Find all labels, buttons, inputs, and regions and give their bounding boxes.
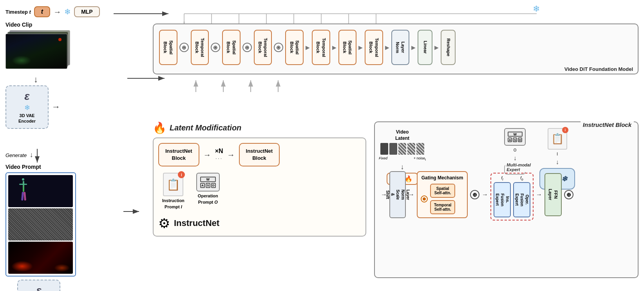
temporal-block-3: TemporalBlock bbox=[312, 30, 330, 65]
gate-symbol bbox=[421, 195, 428, 202]
attn-boxes: SpatialSelf-attn. TemporalSelf-attn. bbox=[430, 184, 455, 214]
temporal-attn: TemporalSelf-attn. bbox=[430, 200, 455, 214]
arrow-ln: ▶ bbox=[411, 44, 416, 51]
latent-box: InstructNetBlock → ×N ··· → InstructNetB… bbox=[153, 137, 366, 237]
temporal-block-2: TemporalBlock bbox=[254, 30, 272, 65]
mlp-box-top: MLP bbox=[74, 6, 100, 17]
operation-icon: W A S D bbox=[196, 173, 220, 192]
dit-blocks-row: SpatialBlock ⊕ TemporalBlock ⊕ SpatialBl… bbox=[159, 30, 632, 65]
instruction-prompt-box: 📋 i InstructionPrompt I bbox=[162, 173, 185, 210]
timestep-label: Timestep t bbox=[5, 9, 31, 15]
multimodal-wrapper: Multi-modalExpert fI Ins.FusionExpert bbox=[490, 169, 534, 221]
arrow-t3: ▶ bbox=[332, 44, 336, 51]
video-thumb-front bbox=[5, 34, 67, 69]
arrow-from-dots: → bbox=[227, 150, 235, 159]
latent-mod-header: 🔥 Latent Modification bbox=[153, 121, 366, 134]
ins-fusion-col: fI Ins.FusionExpert bbox=[494, 176, 511, 217]
spatial-block-4: SpatialBlock bbox=[338, 30, 357, 65]
arrow-t4: ▶ bbox=[385, 44, 389, 51]
prompt-thumb-red bbox=[8, 242, 73, 274]
generate-label: Generate ↓ bbox=[5, 151, 33, 159]
latent-mod-title: Latent Modification bbox=[170, 123, 241, 132]
plus-1: ⊕ bbox=[179, 43, 189, 52]
fo-label: fo bbox=[520, 176, 523, 181]
arrow-s3: ▶ bbox=[306, 44, 310, 51]
arrow-linear: ▶ bbox=[434, 44, 439, 51]
fi-label: fI bbox=[501, 176, 503, 181]
ins-fusion-expert: Ins.FusionExpert bbox=[494, 182, 511, 217]
linear-block: Linear bbox=[418, 30, 432, 65]
oper-fusion-col: fo Oper.FusionExpert bbox=[513, 176, 530, 217]
spatial-block-2: SpatialBlock bbox=[222, 30, 241, 65]
prompt-thumb-skeleton bbox=[8, 175, 73, 207]
arrow-ln-to-gating: → bbox=[408, 191, 414, 198]
latent-mod-section: 🔥 Latent Modification InstructNetBlock →… bbox=[153, 121, 366, 237]
gating-box: Gating Mechanism SpatialSelf-attn. bbox=[417, 171, 468, 218]
spatial-block-1: SpatialBlock bbox=[159, 30, 177, 65]
main-container: ❄ Timestep t bbox=[0, 0, 644, 291]
instruction-label: InstructionPrompt I bbox=[162, 198, 185, 210]
timestep-t: t bbox=[29, 9, 31, 15]
reshape-block: Reshape bbox=[441, 30, 456, 65]
instructnet-text: InstructNet bbox=[174, 218, 219, 228]
instructnet-block-2: InstructNetBlock bbox=[239, 143, 280, 166]
plus-after-gating: ⊕ bbox=[470, 190, 479, 199]
ffn-layer: FFNLayer bbox=[545, 173, 562, 216]
timestep-row: Timestep t t → ❄ MLP bbox=[5, 6, 100, 17]
epsilon-1: ε bbox=[24, 90, 29, 103]
dit-foundation-box: SpatialBlock ⊕ TemporalBlock ⊕ SpatialBl… bbox=[153, 23, 639, 74]
gating-title: Gating Mechanism bbox=[421, 175, 464, 181]
multimodal-dashed-box: fI Ins.FusionExpert fo Oper.FusionExp bbox=[490, 173, 534, 221]
spatial-block-3: SpatialBlock bbox=[285, 30, 304, 65]
arrow-vae1-right: → bbox=[52, 102, 60, 112]
instructnet-block-1: InstructNetBlock bbox=[158, 143, 199, 166]
svg-text:❄: ❄ bbox=[533, 4, 540, 14]
instructnet-block-detail: InstructNet Block VideoLatent bbox=[374, 121, 639, 278]
main-flow-row: → LayerNormScale&Shift → Gating Mechanis… bbox=[381, 128, 573, 261]
temporal-block-4: TemporalBlock bbox=[365, 30, 383, 65]
instructnet-block-title: InstructNet Block bbox=[581, 121, 634, 128]
plus-3: ⊕ bbox=[242, 43, 252, 52]
video-clip-label: Video Clip bbox=[5, 22, 74, 28]
plus-final: ⊕ bbox=[564, 190, 573, 199]
temporal-block-1: TemporalBlock bbox=[191, 30, 209, 65]
gear-refresh-icon: ⚙ bbox=[158, 215, 170, 231]
video-prompt-section: Video Prompt → ε bbox=[5, 164, 86, 291]
instruction-icon: 📋 i bbox=[163, 173, 183, 196]
instructnet-blocks-row: InstructNetBlock → ×N ··· → InstructNetB… bbox=[158, 143, 361, 166]
plus-2: ⊕ bbox=[211, 43, 220, 52]
layer-norm-detail: LayerNormScale&Shift bbox=[389, 171, 406, 218]
operation-label: OperationPrompt O bbox=[198, 193, 218, 205]
video-dit-section: SpatialBlock ⊕ TemporalBlock ⊕ SpatialBl… bbox=[153, 23, 639, 74]
video-prompt-label: Video Prompt bbox=[5, 164, 86, 170]
arrow-s4: ▶ bbox=[358, 44, 363, 51]
block-detail-content: VideoLatent Fixed + noiset bbox=[379, 126, 634, 273]
oper-fusion-expert: Oper.FusionExpert bbox=[513, 182, 530, 217]
plus-4: ⊕ bbox=[274, 43, 283, 52]
operation-prompt-box: W A S D OperationPrompt O bbox=[196, 173, 220, 205]
block-detail-box: InstructNet Block VideoLatent bbox=[374, 121, 639, 278]
snowflake-mlp: ❄ bbox=[64, 7, 71, 16]
video-clip-section: Video Clip ↓ ε ❄ 3D VAEEncoder → bbox=[5, 22, 74, 129]
layer-norm-block: LayerNorm bbox=[391, 30, 410, 65]
dit-title: Video DiT Foundation Model bbox=[564, 66, 633, 72]
prompts-row: 📋 i InstructionPrompt I W A S D bbox=[162, 173, 361, 210]
arrow-to-ffn: → bbox=[536, 191, 542, 198]
video-prompt-box bbox=[5, 172, 76, 277]
snowflake-vae1: ❄ bbox=[24, 103, 30, 112]
vae-encoder-2: ε ❄ 3D VAEEncoder bbox=[17, 280, 60, 291]
vae-encoder-1: ε ❄ 3D VAEEncoder bbox=[5, 85, 49, 129]
instructnet-logo-row: ⚙ InstructNet bbox=[158, 215, 361, 231]
arrow-down-video: ↓ bbox=[34, 74, 74, 85]
vae-label-1: 3D VAEEncoder bbox=[18, 113, 36, 124]
prompt-thumb-noise bbox=[8, 208, 73, 240]
timestep-box: t bbox=[34, 6, 50, 17]
fire-icon: 🔥 bbox=[153, 121, 166, 134]
arrow-to-experts: → bbox=[482, 191, 488, 198]
epsilon-2: ε bbox=[36, 284, 41, 291]
arrow-to-dots: → bbox=[203, 150, 211, 159]
dots-xn: ×N ··· bbox=[215, 148, 223, 162]
multimodal-label: Multi-modalExpert bbox=[505, 163, 532, 172]
arrow-to-mlp: → bbox=[53, 7, 61, 16]
spatial-attn: SpatialSelf-attn. bbox=[430, 184, 455, 198]
